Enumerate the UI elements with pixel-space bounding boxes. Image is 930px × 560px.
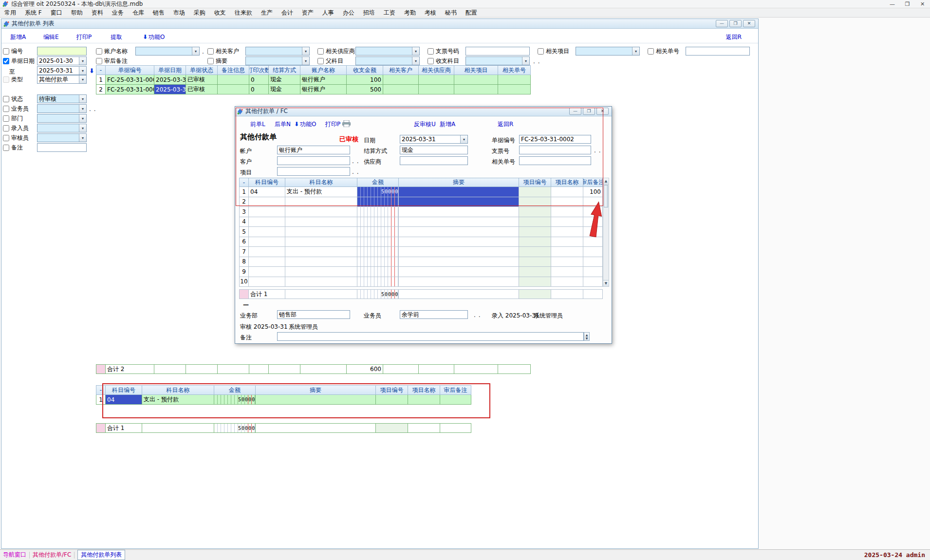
grid-cell[interactable]: 50000 [357,187,399,197]
grid-cell[interactable] [249,197,285,207]
date-picker[interactable]: 2025-03-31 ▾ [400,135,468,144]
table-cell[interactable]: 银行账户 [300,85,347,94]
grid-cell[interactable]: 支出 - 预付款 [142,395,214,405]
grid-cell[interactable] [357,227,399,237]
ellipsis-button[interactable]: . . [594,147,601,154]
dropdown-icon[interactable]: ▾ [192,47,199,55]
menu-item-22[interactable]: 配置 [461,9,482,17]
filter-checkbox[interactable] [96,58,102,64]
grid-cell[interactable] [249,237,285,247]
filter-checkbox[interactable] [538,48,544,55]
menu-item-12[interactable]: 生产 [257,9,277,17]
dropdown-icon[interactable]: ▾ [79,124,86,132]
new-button[interactable]: 新增A [440,120,455,129]
grid-cell[interactable] [399,267,519,277]
grid-cell[interactable] [249,277,285,287]
grid-cell[interactable] [249,217,285,227]
menu-item-4[interactable]: 资料 [87,9,108,17]
table-cell[interactable]: 0 [249,85,269,94]
doc-no-input[interactable] [519,135,591,144]
minimize-button[interactable]: — [716,20,728,27]
grid-cell[interactable] [519,187,551,197]
project-input[interactable] [277,167,350,176]
grid-cell[interactable]: 50000 [214,395,256,405]
menu-item-21[interactable]: 秘书 [441,9,461,17]
account-input[interactable] [277,146,350,154]
grid-cell[interactable] [285,257,357,267]
grid-cell[interactable] [551,267,583,277]
grid-cell[interactable] [249,207,285,217]
filter-checkbox[interactable] [317,48,324,55]
grid-cell[interactable] [583,267,603,277]
calendar-dropdown-icon[interactable]: ▾ [79,57,86,65]
note-spinner[interactable]: ▲▼ [584,332,590,341]
filter-checkbox[interactable] [317,58,324,64]
menu-item-14[interactable]: 资产 [298,9,318,17]
filter-checkbox[interactable] [428,48,434,55]
table-cell[interactable] [419,75,454,85]
status-dropdown[interactable]: 待审核 ▾ [37,94,87,103]
menu-item-2[interactable]: 窗口 [46,9,67,17]
grid-cell[interactable] [519,217,551,227]
date-from-picker[interactable]: 2025-01-30 ▾ [37,56,87,65]
filter-dropdown[interactable]: ▾ [576,47,640,56]
app-close-icon[interactable]: ✕ [915,0,930,8]
menu-item-8[interactable]: 市场 [169,9,189,17]
table-cell[interactable] [454,85,498,94]
ellipsis-button[interactable]: . . [352,158,359,165]
functions-button[interactable]: ⬇功能O [294,120,316,129]
statusbar-list-tab[interactable]: 其他付款单列表 [77,550,125,560]
prev-doc-button[interactable]: 前单L [250,120,265,129]
date-to-picker[interactable]: 2025-03-31 ▾ [37,66,87,75]
code-filter-input[interactable] [37,47,87,56]
ellipsis-button[interactable]: . . [533,58,540,65]
minimize-button[interactable]: — [569,108,581,115]
table-cell[interactable]: 2025-03-31 [154,75,186,85]
menu-item-0[interactable]: 常用 [0,9,20,17]
table-cell[interactable] [498,75,531,85]
ellipsis-button[interactable]: . . [474,312,481,318]
grid-cell[interactable] [519,257,551,267]
filter-input[interactable] [465,47,530,56]
next-doc-button[interactable]: 后单N [275,120,291,129]
grid-cell[interactable] [357,207,399,217]
grid-cell[interactable] [357,237,399,247]
grid-cell[interactable] [249,227,285,237]
grid-cell[interactable] [551,187,583,197]
maximize-button[interactable]: ❐ [583,108,595,115]
auditor-filter-checkbox[interactable] [3,135,9,141]
table-cell[interactable]: 银行账户 [300,75,347,85]
scroll-up-icon[interactable]: ▲ [603,178,609,185]
menu-item-13[interactable]: 会计 [277,9,298,17]
table-cell[interactable]: FC-25-03-31-0002 [106,85,154,94]
table-cell[interactable]: 500 [347,85,383,94]
toolbar-functions-button[interactable]: ⬇功能O [143,33,165,41]
table-cell[interactable] [218,75,249,85]
grid-cell[interactable] [399,237,519,247]
grid-cell[interactable] [399,207,519,217]
statusbar-doc-tab[interactable]: 其他付款单/FC [33,551,71,559]
grid-cell[interactable] [440,395,471,405]
grid-cell[interactable] [519,267,551,277]
dropdown-icon[interactable]: ▾ [302,57,309,65]
menu-item-19[interactable]: 考勤 [400,9,420,17]
table-cell[interactable]: FC-25-03-31-0001 [106,75,154,85]
grid-cell[interactable] [285,237,357,247]
grid-cell[interactable] [551,247,583,257]
list-window-titlebar[interactable]: 其他付款单 列表 — ❐ ✕ [1,19,758,29]
dropdown-icon[interactable]: ▾ [79,75,86,83]
filter-input[interactable] [686,47,750,56]
grid-cell[interactable] [357,217,399,227]
grid-cell[interactable] [399,247,519,257]
table-cell[interactable] [383,85,419,94]
calendar-dropdown-icon[interactable]: ▾ [79,67,86,75]
dropdown-icon[interactable]: ▾ [632,47,639,55]
toolbar-print-button[interactable]: 打印P [76,33,92,41]
ellipsis-button[interactable]: . . [352,168,359,175]
filter-dropdown[interactable]: ▾ [245,47,310,56]
grid-cell[interactable] [357,197,399,207]
code-filter-checkbox[interactable] [3,48,9,55]
grid-cell[interactable] [249,267,285,277]
dropdown-icon[interactable]: ▾ [79,114,86,122]
down-arrow-icon[interactable]: ⬇ [89,67,94,75]
